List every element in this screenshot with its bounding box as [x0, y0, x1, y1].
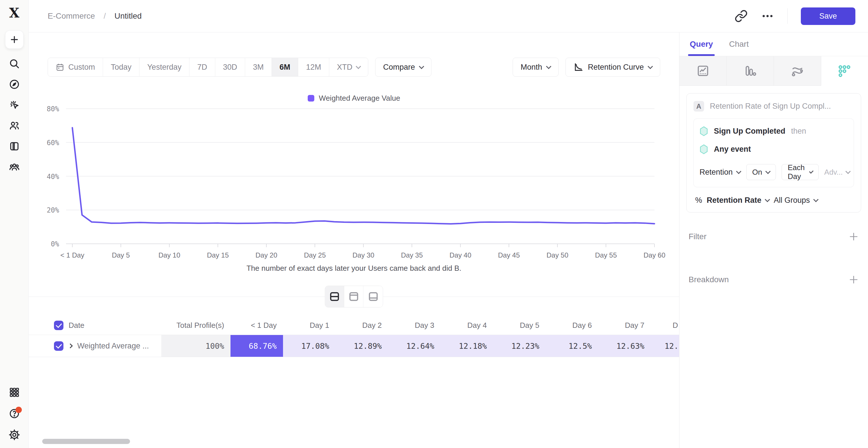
- step-title[interactable]: Retention Rate of Sign Up Compl...: [710, 102, 854, 111]
- copy-link-button[interactable]: [735, 9, 748, 23]
- row-checkbox[interactable]: [54, 341, 63, 351]
- horizontal-scrollbar-thumb[interactable]: [42, 439, 130, 444]
- column-header-day1[interactable]: Day 1: [283, 321, 336, 330]
- metric-dropdown[interactable]: Retention Rate: [707, 196, 769, 205]
- layout-table-only-button[interactable]: [364, 286, 383, 307]
- advanced-dropdown[interactable]: Adv...: [825, 168, 850, 177]
- cell-day6: 12.5%: [546, 335, 598, 357]
- report-type-strip: [679, 56, 868, 86]
- step-badge: A: [693, 101, 704, 111]
- team-icon: [9, 162, 20, 172]
- report-canvas: Custom Today Yesterday 7D 30D 3M 6M 12M …: [29, 32, 679, 448]
- retention-line-chart: 0%20%40%60%80%< 1 DayDay 5Day 10Day 15Da…: [29, 104, 679, 265]
- plus-icon: [848, 274, 859, 285]
- sidebar-item-search[interactable]: [5, 58, 24, 69]
- svg-text:Day 25: Day 25: [304, 251, 326, 259]
- range-7d[interactable]: 7D: [189, 58, 215, 76]
- svg-text:Day 50: Day 50: [547, 251, 568, 259]
- breadcrumb-report-title[interactable]: Untitled: [115, 11, 142, 21]
- column-header-day7[interactable]: Day 7: [598, 321, 651, 330]
- advanced-label: Adv...: [825, 168, 843, 177]
- range-custom[interactable]: Custom: [48, 58, 103, 76]
- row-label: Weighted Average ...: [77, 342, 149, 350]
- svg-text:Day 20: Day 20: [255, 251, 277, 259]
- save-button[interactable]: Save: [801, 7, 856, 25]
- range-yesterday[interactable]: Yesterday: [140, 58, 189, 76]
- cell-day7: 12.63%: [598, 335, 651, 357]
- groups-dropdown[interactable]: All Groups: [774, 196, 818, 205]
- column-header-day5[interactable]: Day 5: [493, 321, 546, 330]
- left-rail: X: [0, 0, 29, 448]
- layout-chart-only-button[interactable]: [344, 286, 364, 307]
- report-type-flows[interactable]: [774, 56, 821, 86]
- column-header-day4[interactable]: Day 4: [441, 321, 493, 330]
- range-30d[interactable]: 30D: [215, 58, 245, 76]
- compare-button[interactable]: Compare: [375, 58, 431, 77]
- layout-toggle-row: [29, 285, 679, 308]
- svg-text:Day 5: Day 5: [112, 251, 130, 259]
- more-options-button[interactable]: [761, 9, 774, 23]
- layout-toggle-group: [325, 286, 383, 307]
- tab-chart[interactable]: Chart: [729, 32, 749, 56]
- tab-query[interactable]: Query: [690, 32, 713, 56]
- each-day-dropdown[interactable]: Each Day: [782, 164, 818, 180]
- column-header-total-profiles[interactable]: Total Profile(s): [161, 321, 230, 330]
- top-bar: E-Commerce / Untitled Save: [29, 0, 868, 32]
- on-dropdown[interactable]: On: [746, 164, 776, 180]
- chevron-down-icon: [736, 169, 741, 174]
- granularity-label: Month: [521, 63, 542, 72]
- users-icon: [9, 120, 20, 131]
- breakdown-label: Breakdown: [689, 275, 729, 284]
- create-new-button[interactable]: [5, 30, 24, 49]
- chevron-down-icon: [648, 64, 653, 69]
- event-hexagon-icon: [700, 144, 708, 154]
- cell-total: 100%: [161, 335, 230, 357]
- event-hexagon-icon: [700, 126, 708, 136]
- svg-text:Day 45: Day 45: [498, 251, 520, 259]
- range-xtd[interactable]: XTD: [329, 58, 368, 76]
- add-breakdown-button[interactable]: [848, 274, 859, 285]
- split-view-icon: [329, 291, 340, 302]
- retention-type-dropdown[interactable]: Retention: [700, 168, 741, 177]
- breakdown-section: Breakdown: [689, 274, 859, 285]
- report-type-insights[interactable]: [679, 56, 727, 86]
- svg-text:80%: 80%: [47, 105, 59, 113]
- sidebar-item-boards[interactable]: [5, 141, 24, 152]
- range-today[interactable]: Today: [103, 58, 140, 76]
- chart-type-dropdown[interactable]: Retention Curve: [565, 58, 660, 77]
- board-icon: [9, 141, 20, 152]
- expand-row-icon[interactable]: [68, 344, 73, 348]
- cell-day4: 12.18%: [441, 335, 493, 357]
- column-header-date[interactable]: Date: [69, 321, 84, 330]
- range-12m[interactable]: 12M: [298, 58, 329, 76]
- column-header-lt1day[interactable]: < 1 Day: [230, 321, 283, 330]
- granularity-dropdown[interactable]: Month: [513, 58, 559, 77]
- column-header-day3[interactable]: Day 3: [388, 321, 441, 330]
- table-row[interactable]: Weighted Average ... 100% 68.76% 17.08% …: [29, 335, 679, 357]
- sidebar-item-events[interactable]: [5, 99, 24, 111]
- column-header-day2[interactable]: Day 2: [336, 321, 388, 330]
- add-filter-button[interactable]: [848, 232, 859, 242]
- retention-events-card: Sign Up Completed then Any event Retenti…: [693, 118, 854, 187]
- event-b-row[interactable]: Any event: [700, 144, 848, 154]
- range-3m[interactable]: 3M: [245, 58, 272, 76]
- range-6m-selected[interactable]: 6M: [272, 58, 299, 76]
- layout-split-view-button[interactable]: [325, 286, 344, 307]
- sidebar-item-explore[interactable]: [5, 78, 24, 90]
- retention-table: Date Total Profile(s) < 1 Day Day 1 Day …: [29, 316, 679, 357]
- event-a-row[interactable]: Sign Up Completed then: [700, 126, 848, 136]
- retention-dots-icon: [838, 65, 851, 78]
- column-header-day6[interactable]: Day 6: [546, 321, 598, 330]
- sidebar-item-users[interactable]: [5, 120, 24, 131]
- sidebar-item-cohorts[interactable]: [5, 161, 24, 173]
- chevron-down-icon: [355, 64, 361, 69]
- report-type-retention-selected[interactable]: [821, 56, 868, 86]
- column-header-day8-clipped[interactable]: D: [651, 321, 679, 330]
- breadcrumb-project[interactable]: E-Commerce: [48, 11, 95, 21]
- sidebar-item-settings[interactable]: [5, 429, 24, 441]
- report-type-funnels[interactable]: [727, 56, 774, 86]
- sidebar-item-apps[interactable]: [5, 387, 24, 398]
- select-all-checkbox[interactable]: [54, 321, 63, 330]
- chevron-down-icon: [765, 197, 770, 202]
- sidebar-item-help[interactable]: [5, 408, 24, 419]
